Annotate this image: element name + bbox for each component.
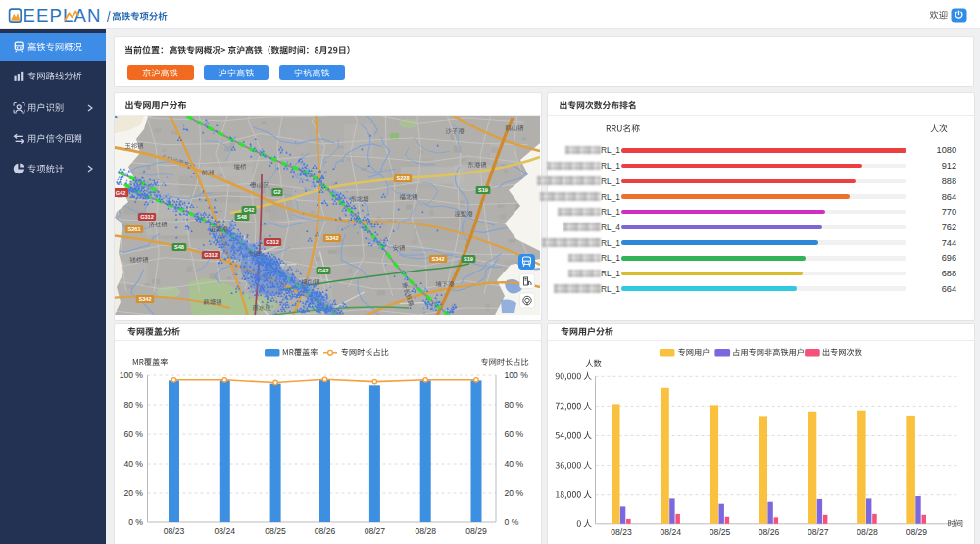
svg-text:08/29: 08/29	[906, 527, 928, 537]
svg-text:G312: G312	[204, 252, 218, 258]
svg-text:60 %: 60 %	[505, 429, 524, 439]
svg-text:08/23: 08/23	[164, 526, 185, 536]
svg-text:60 %: 60 %	[123, 429, 143, 439]
svg-text:S342: S342	[325, 235, 338, 241]
svg-text:08/27: 08/27	[365, 526, 386, 536]
svg-text:S48: S48	[237, 214, 247, 220]
svg-text:S342: S342	[431, 256, 444, 262]
svg-text:08/24: 08/24	[215, 526, 236, 536]
svg-text:08/26: 08/26	[315, 526, 336, 536]
svg-text:0 %: 0 %	[128, 518, 143, 527]
svg-text:08/23: 08/23	[611, 527, 632, 537]
svg-text:100 %: 100 %	[505, 371, 529, 380]
svg-text:G42: G42	[244, 207, 255, 213]
svg-text:G42: G42	[116, 189, 126, 195]
svg-text:G2: G2	[273, 189, 280, 195]
svg-text:S228: S228	[396, 175, 409, 181]
svg-text:0 %: 0 %	[505, 518, 519, 527]
svg-text:S19: S19	[478, 187, 488, 193]
svg-text:08/27: 08/27	[808, 527, 829, 537]
svg-text:20 %: 20 %	[123, 488, 143, 498]
svg-text:20 %: 20 %	[505, 488, 524, 498]
svg-text:S48: S48	[174, 244, 184, 250]
svg-text:08/29: 08/29	[466, 526, 487, 536]
svg-text:40 %: 40 %	[505, 459, 524, 469]
svg-text:08/28: 08/28	[857, 527, 878, 537]
svg-text:08/24: 08/24	[661, 527, 682, 537]
svg-text:08/25: 08/25	[265, 526, 286, 536]
svg-text:S342: S342	[138, 296, 151, 302]
svg-text:08/26: 08/26	[759, 527, 780, 537]
svg-text:80 %: 80 %	[505, 400, 524, 410]
svg-text:G42: G42	[318, 268, 329, 273]
svg-text:G312: G312	[266, 239, 279, 245]
svg-text:G312: G312	[140, 214, 154, 220]
svg-text:08/28: 08/28	[415, 526, 436, 536]
svg-text:EEPL: EEPL	[24, 5, 74, 25]
svg-text:40 %: 40 %	[123, 459, 143, 469]
svg-text:S261: S261	[127, 226, 140, 232]
svg-text:S19: S19	[464, 256, 473, 262]
svg-text:80 %: 80 %	[123, 400, 143, 410]
svg-text:100 %: 100 %	[120, 371, 144, 380]
svg-text:08/25: 08/25	[710, 527, 731, 537]
